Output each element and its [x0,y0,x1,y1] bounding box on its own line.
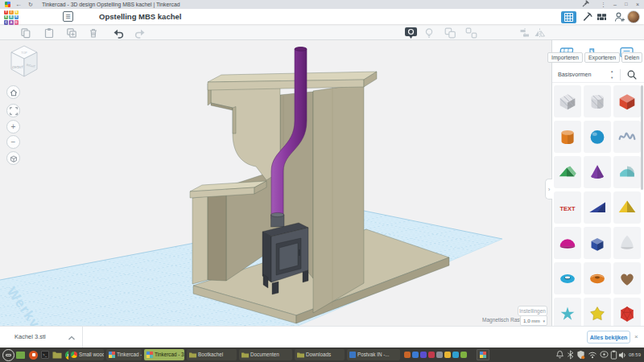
taskbar-window-4[interactable]: Bootkachel [187,349,237,360]
shape-dak[interactable] [554,156,581,188]
redo-icon[interactable] [134,27,147,39]
shape-krabbel[interactable] [613,121,641,153]
browser-reload-icon[interactable]: ↻ [28,0,33,9]
undo-icon[interactable] [112,27,124,39]
shape-hart[interactable] [613,262,641,294]
shape-dikke-ster[interactable] [584,298,611,326]
invite-person-icon[interactable] [614,11,625,23]
shape-torus[interactable] [584,262,611,294]
menu-button[interactable] [2,349,14,361]
tray-app-icon-3[interactable] [420,352,427,358]
taskbar: >_ Small wood s...Tinkercad - 3...Tinker… [0,348,644,362]
shape-zeshoekig-prisma[interactable] [584,227,611,259]
view-all-button[interactable]: Alles bekijken [587,331,630,343]
wifi-icon[interactable] [588,351,597,359]
design-menu-icon[interactable]: ☰ [63,11,73,22]
group-icon[interactable] [444,27,456,39]
pin-icon[interactable] [581,0,590,9]
lego-bricks-icon[interactable] [597,12,607,22]
bluetooth-icon[interactable] [567,350,574,360]
mirror-icon[interactable] [534,27,546,39]
taskbar-window-3[interactable]: Tinkercad - 3... [144,349,184,360]
zoom-in-button[interactable]: + [6,120,20,134]
user-avatar[interactable] [627,10,640,23]
model-enclosure[interactable] [190,72,449,323]
show-desktop-icon[interactable] [16,352,25,359]
shape-piramide[interactable] [613,191,641,224]
zoom-out-button[interactable]: − [6,135,20,149]
shape-tekst[interactable]: TEXT [554,191,581,224]
shape-paraboloide[interactable] [613,227,641,259]
shape-kegel[interactable] [584,156,611,188]
view-cube[interactable]: FRONT RIGHT TOP [8,43,40,80]
shape-wig[interactable] [584,191,611,224]
sidebar-scrollbar[interactable] [641,85,643,190]
shape-cilinder[interactable] [554,121,581,153]
export-button[interactable]: Exporteren [584,52,620,63]
paste-icon[interactable] [43,27,55,39]
shield-update-icon[interactable] [576,350,585,360]
transparant-blok-icon [556,90,579,113]
tray-app-icon-5[interactable] [436,352,443,358]
taskbar-window-2[interactable]: Tinkercad - 3... [106,349,142,360]
duplicate-icon[interactable] [66,27,77,39]
minecraft-pickaxe-icon[interactable] [582,11,592,22]
tray-app-icon-6[interactable] [444,352,451,358]
shape-bol[interactable] [584,121,611,153]
shape-blok[interactable] [613,85,641,117]
align-icon[interactable] [519,27,530,39]
volume-icon[interactable] [618,351,627,360]
browser-back-icon[interactable]: ← [15,0,22,9]
logo-tile: K [4,15,8,19]
shape-veelvlak[interactable] [613,298,641,326]
tray-app-icon-4[interactable] [428,352,435,358]
fit-view-button[interactable] [6,104,20,117]
select-arrows-icon[interactable]: ▴▾ [611,68,613,81]
window-close-icon[interactable]: × [636,0,639,9]
home-view-button[interactable] [6,85,20,99]
sidebar-collapse-handle[interactable]: › [545,179,552,200]
shape-rond-dak[interactable] [613,156,641,188]
clipboard-icon[interactable] [610,350,617,360]
ungroup-icon[interactable] [465,27,477,39]
taskbar-window-5[interactable]: Documenten [239,349,292,360]
tinkercad-logo[interactable]: TINKERCAD [4,10,19,25]
window-minimize-icon[interactable]: – [613,0,617,9]
share-button[interactable]: Delen [621,52,642,63]
taskbar-window-7[interactable]: Postvak IN -... [347,349,400,360]
file-tab[interactable]: Kachel 3.stl [0,327,83,348]
clock[interactable]: 08:59 [629,348,641,362]
view-options-button[interactable] [404,27,419,39]
dashboard-grid-button[interactable] [561,11,576,23]
shape-buis[interactable] [554,262,581,294]
close-bar-icon[interactable]: × [634,327,638,348]
taskbar-window-1[interactable]: Small wood s... [68,349,104,360]
notifications-bell-icon[interactable] [555,350,564,360]
files-icon[interactable] [52,351,62,359]
tray-app-icon-8[interactable] [460,352,467,358]
shape-transparante-cilinder[interactable] [584,85,611,117]
copy-icon[interactable] [20,27,31,39]
webcam-icon[interactable] [600,351,609,358]
shape-dunne-ster[interactable] [554,298,581,326]
grouped-window-icon[interactable] [477,349,489,360]
tray-app-icon-1[interactable] [404,352,411,358]
window-maximize-icon[interactable]: □ [625,0,628,9]
import-button[interactable]: Importeren [547,52,583,63]
search-icon[interactable] [626,69,638,80]
shape-transparant-blok[interactable] [554,85,581,117]
viewport-3d[interactable]: Werkvlak [0,40,551,326]
software-manager-icon[interactable] [29,351,38,360]
tray-app-icon-2[interactable] [412,352,419,358]
shape-category-select[interactable]: Basisvormen [558,67,592,83]
browser-menu-icon[interactable]: ⋮ [601,0,606,9]
scene-canvas[interactable]: Werkvlak [0,40,551,326]
taskbar-window-6[interactable]: Downloads [295,349,345,360]
snap-grid-dropdown[interactable]: 1,0 mm ▾ [520,315,547,326]
terminal-icon[interactable]: >_ [41,351,49,359]
perspective-button[interactable] [6,151,20,165]
tray-app-icon-7[interactable] [452,352,459,358]
delete-icon[interactable] [88,27,99,39]
light-bulb-icon[interactable] [423,27,435,39]
shape-halve-bol[interactable] [554,227,581,259]
